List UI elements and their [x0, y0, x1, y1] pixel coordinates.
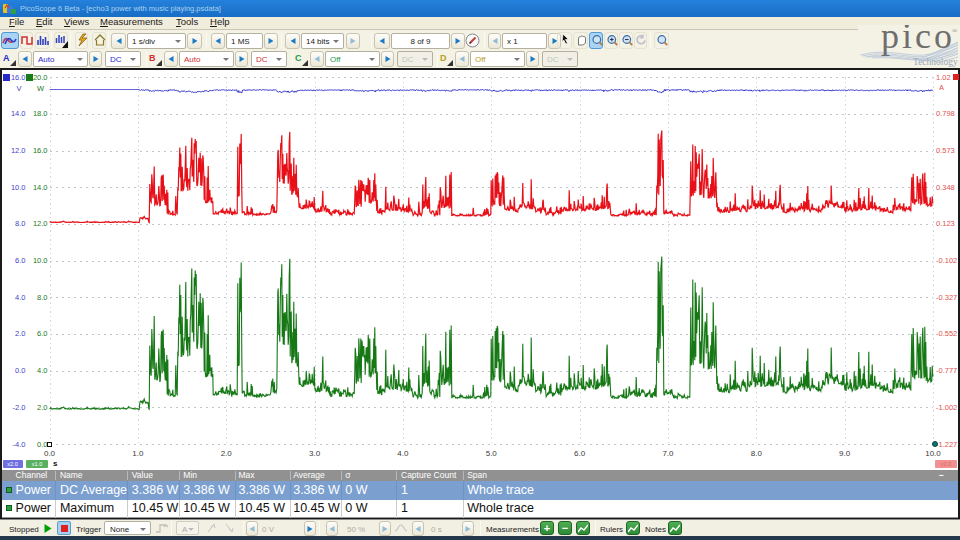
svg-text:Technology: Technology — [913, 57, 958, 67]
svg-text:®: ® — [952, 27, 958, 35]
svg-text:pico: pico — [881, 25, 955, 56]
